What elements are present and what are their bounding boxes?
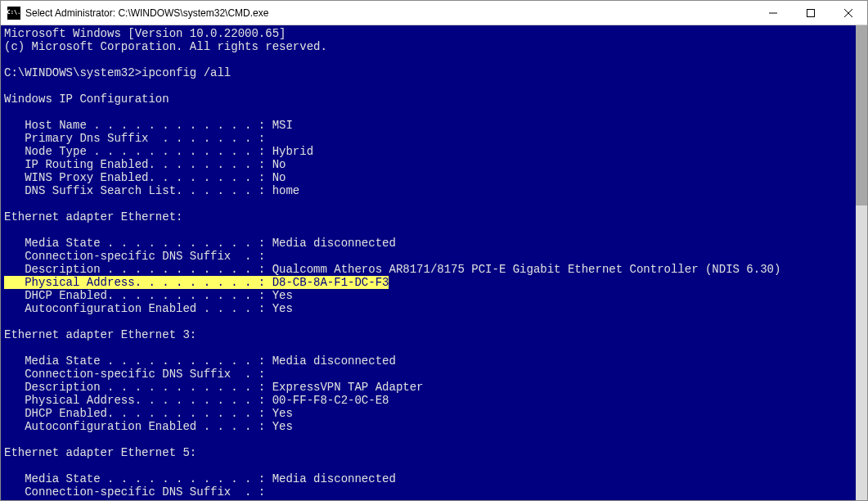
adapter-heading: Ethernet adapter Ethernet 5:: [4, 446, 196, 459]
output-line: IP Routing Enabled. . . . . . . . : No: [4, 158, 286, 171]
prompt-prefix: C:\WINDOWS\system32>: [4, 66, 142, 79]
output-line: Node Type . . . . . . . . . . . . : Hybr…: [4, 145, 313, 158]
output-line: Media State . . . . . . . . . . . : Medi…: [4, 354, 396, 368]
output-line: DHCP Enabled. . . . . . . . . . . : Yes: [4, 407, 293, 420]
output-line: Description . . . . . . . . . . . : Expr…: [4, 381, 423, 394]
terminal-wrapper: Microsoft Windows [Version 10.0.22000.65…: [1, 25, 867, 500]
output-line: Primary Dns Suffix . . . . . . . :: [4, 132, 265, 145]
output-line: DHCP Enabled. . . . . . . . . . . : Yes: [4, 289, 293, 302]
svg-rect-1: [807, 9, 815, 16]
output-line: DNS Suffix Search List. . . . . . : home: [4, 184, 299, 197]
output-line: Connection-specific DNS Suffix . :: [4, 485, 265, 499]
highlighted-physical-address: Physical Address. . . . . . . . . : D8-C…: [4, 276, 389, 289]
output-line: Microsoft Windows [Version 10.0.22000.65…: [4, 27, 286, 40]
output-line: (c) Microsoft Corporation. All rights re…: [4, 40, 327, 53]
output-line: Host Name . . . . . . . . . . . . : MSI: [4, 119, 293, 132]
titlebar[interactable]: C:\. Select Administrator: C:\WINDOWS\sy…: [1, 1, 867, 25]
output-line: Media State . . . . . . . . . . . : Medi…: [4, 472, 396, 485]
prompt-command: ipconfig /all: [142, 66, 231, 79]
section-heading: Windows IP Configuration: [4, 93, 169, 106]
scrollbar-thumb[interactable]: [856, 25, 867, 205]
maximize-button[interactable]: [792, 1, 830, 25]
window-controls: [754, 1, 867, 25]
output-line: Description . . . . . . . . . . . : Qual…: [4, 263, 780, 276]
adapter-heading: Ethernet adapter Ethernet:: [4, 210, 182, 223]
adapter-heading: Ethernet adapter Ethernet 3:: [4, 328, 196, 341]
cmd-window: C:\. Select Administrator: C:\WINDOWS\sy…: [0, 0, 868, 501]
output-line: Connection-specific DNS Suffix . :: [4, 250, 265, 263]
scrollbar-track[interactable]: [856, 25, 867, 500]
output-line: Autoconfiguration Enabled . . . . : Yes: [4, 420, 293, 433]
output-line: Connection-specific DNS Suffix . :: [4, 368, 265, 381]
terminal[interactable]: Microsoft Windows [Version 10.0.22000.65…: [1, 25, 856, 500]
window-title: Select Administrator: C:\WINDOWS\system3…: [25, 7, 754, 19]
output-line: Physical Address. . . . . . . . . : 00-F…: [4, 394, 389, 407]
output-line: Autoconfiguration Enabled . . . . : Yes: [4, 302, 293, 315]
output-line: WINS Proxy Enabled. . . . . . . . : No: [4, 171, 286, 184]
close-button[interactable]: [830, 1, 867, 25]
minimize-button[interactable]: [754, 1, 792, 25]
output-line: Media State . . . . . . . . . . . : Medi…: [4, 237, 396, 250]
cmd-icon: C:\.: [7, 7, 20, 20]
